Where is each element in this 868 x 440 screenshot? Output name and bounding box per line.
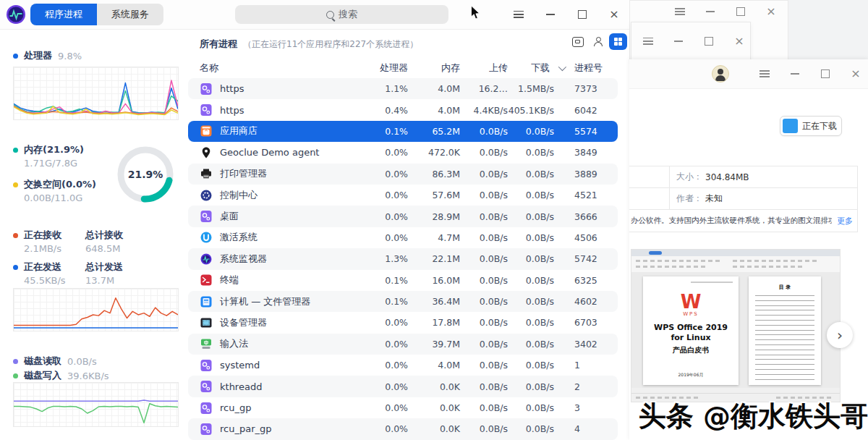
maximize-button[interactable] [576,8,589,21]
downloading-button[interactable]: 正在下载 [780,116,842,136]
process-row[interactable]: systemd0.0%4.0M0.0B/s0.0B/s1 [188,355,618,376]
swap-stat[interactable]: 交换空间(0.0%) [13,178,96,191]
column-header-name[interactable]: 名称 [200,62,365,75]
menu-icon[interactable] [758,67,771,80]
process-row[interactable]: 应用商店0.1%65.2M0.0B/s0.0B/s5574 [188,121,618,142]
disk-read-stat[interactable]: 磁盘读取 0.0B/s [13,355,97,368]
maximize-button[interactable] [819,67,832,80]
process-cpu: 0.0% [365,402,408,413]
process-row[interactable]: Geoclue Demo agent0.0%472.0K0.0B/s0.0B/s… [188,142,618,163]
process-memory: 65.2M [408,126,460,137]
menu-icon[interactable] [512,8,525,21]
app-view-button[interactable] [569,33,587,50]
maximize-button[interactable] [702,35,715,48]
process-upload: 0.0B/s [460,423,508,434]
process-row[interactable]: 激活系统0.0%4.7M0.0B/s0.0B/s4506 [188,227,618,248]
cpu-stat[interactable]: 处理器 9.8% [13,49,82,62]
process-pid: 4521 [564,190,610,200]
process-gear-icon [200,423,213,436]
close-button[interactable]: × [849,67,862,80]
close-button[interactable]: × [608,8,621,21]
column-header-memory[interactable]: 内存 [408,62,460,75]
control-center-icon [200,189,213,202]
process-upload: 0.0B/s [460,402,508,413]
process-row[interactable]: kthreadd0.0%0.0K0.0B/s0.0B/s2 [188,376,618,397]
disk-write-value: 39.6KB/s [67,371,109,381]
process-pid: 3 [564,402,610,413]
process-row[interactable]: 桌面0.0%28.9M0.0B/s0.0B/s3666 [188,206,618,227]
menu-icon[interactable] [642,35,655,48]
column-header-upload[interactable]: 上传 [460,62,508,75]
process-row[interactable]: rcu_par_gp0.0%0.0K0.0B/s0.0B/s4 [188,418,618,439]
net-send-stat[interactable]: 正在发送 [13,261,61,274]
maximize-button[interactable] [734,5,747,18]
tab-services[interactable]: 系统服务 [97,4,163,25]
process-upload: 0.0B/s [460,296,508,307]
memory-dot-icon [13,148,18,153]
disk-read-dot-icon [13,359,18,364]
process-pid: 3889 [564,169,610,179]
next-screenshot-button[interactable]: › [827,322,853,348]
process-cpu: 1.3% [365,253,408,264]
process-download: 405.1KB/s [508,105,564,116]
wps-logo: W [643,294,739,310]
chevron-right-icon: › [837,326,843,344]
column-header-download[interactable]: 下载 [508,62,564,75]
minimize-button[interactable] [672,35,685,48]
process-pid: 6042 [564,105,610,116]
process-row[interactable]: 输入法0.0%39.7M0.0B/s0.0B/s3402 [188,334,618,355]
process-row[interactable]: 控制中心0.0%57.6M0.0B/s0.0B/s4521 [188,185,618,206]
avatar[interactable] [712,65,729,82]
tab-group: 程序进程 系统服务 [30,4,163,25]
process-row[interactable]: https1.1%4.0M16.2…1.5MB/s7373 [188,78,618,99]
process-gear-icon [200,82,213,96]
net-recv-stat[interactable]: 正在接收 [13,229,61,242]
desktop-icon [200,210,213,223]
process-memory: 28.9M [408,211,460,222]
process-download: 0.0B/s [508,126,564,137]
process-row[interactable]: 设备管理器0.0%17.8M0.0B/s0.0B/s6703 [188,312,618,333]
send-label: 正在发送 [24,261,61,274]
wps-date: 2019年06月 [643,372,739,378]
close-button[interactable]: × [765,5,778,18]
process-memory: 4.0M [408,83,460,94]
process-cpu: 0.0% [365,232,408,243]
process-row[interactable]: 系统监视器1.3%22.1M0.0B/s0.0B/s5742 [188,248,618,269]
process-name: rcu_par_gp [220,423,272,434]
process-row[interactable]: https0.4%4.0M4.4KB/s405.1KB/s6042 [188,99,618,120]
process-download: 0.0B/s [508,381,564,392]
recv-total-label: 总计接收 [85,229,123,242]
minimize-button[interactable] [544,8,557,21]
process-gear-icon [200,103,213,117]
minimize-button[interactable] [788,67,801,80]
window-a-controls: × [673,1,778,22]
memory-stat[interactable]: 内存(21.9%) [13,143,84,156]
menu-icon[interactable] [673,5,686,18]
process-upload: 0.0B/s [460,232,508,243]
process-gear-icon [200,359,213,372]
close-button[interactable]: × [733,35,746,48]
process-name: 计算机 — 文件管理器 [220,295,310,308]
process-row[interactable]: 打印管理器0.0%86.3M0.0B/s0.0B/s3889 [188,164,618,185]
search-input[interactable]: 搜索 [235,5,448,24]
process-row[interactable]: 计算机 — 文件管理器0.1%36.4M0.0B/s0.0B/s4602 [188,291,618,312]
disk-write-stat[interactable]: 磁盘写入 39.6KB/s [13,369,109,382]
process-row[interactable]: 终端0.1%16.0M0.0B/s0.0B/s6325 [188,270,618,291]
process-memory: 57.6M [408,190,460,200]
wps-subtitle: 产品白皮书 [643,345,739,355]
disk-chart [13,382,179,427]
column-header-cpu[interactable]: 处理器 [365,62,408,75]
all-processes-view-button[interactable] [609,33,627,50]
size-row: 大小： 304.84MB [629,166,857,188]
column-header-pid[interactable]: 进程号 [564,62,610,75]
my-processes-view-button[interactable] [589,33,607,50]
process-memory: 0.0K [408,381,460,392]
process-download: 0.0B/s [508,253,564,264]
process-pid: 5742 [564,253,610,264]
more-link[interactable]: 更多 [837,216,853,227]
tab-processes[interactable]: 程序进程 [30,4,97,25]
minimize-button[interactable] [704,5,717,18]
device-manager-icon [200,316,213,329]
process-row[interactable]: rcu_gp0.0%0.0K0.0B/s0.0B/s3 [188,397,618,418]
app-description: 办公软件。支持国内外主流软硬件系统，其专业的图文混排功· [631,216,832,226]
